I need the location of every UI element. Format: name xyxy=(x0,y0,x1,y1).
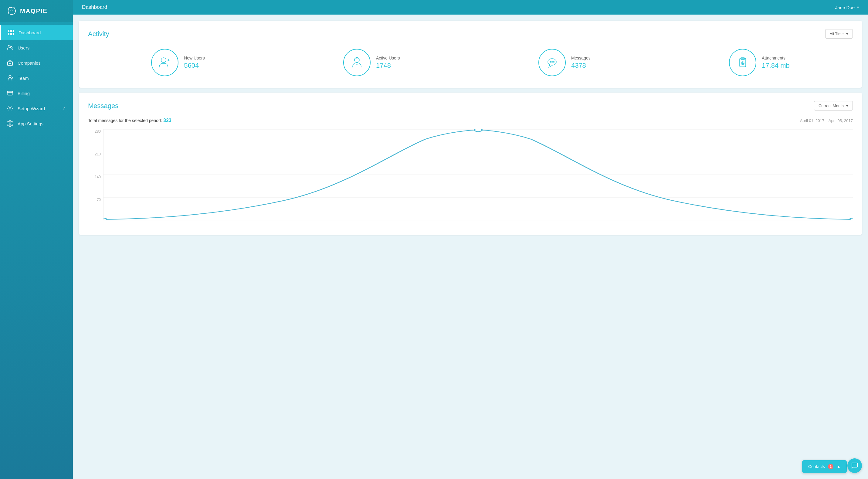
svg-point-21 xyxy=(550,62,551,63)
stats-row: New Users 5604 xyxy=(88,46,853,79)
svg-rect-10 xyxy=(7,91,13,95)
svg-point-14 xyxy=(9,123,11,124)
svg-point-19 xyxy=(356,57,358,58)
dashboard-icon xyxy=(8,29,14,36)
messages-total-area: Total messages for the selected period: … xyxy=(88,118,172,123)
attachments-value: 17.84 mb xyxy=(762,62,790,69)
svg-point-4 xyxy=(8,45,10,47)
user-menu[interactable]: Jane Doe ▾ xyxy=(835,5,859,10)
stat-messages: Messages 4378 xyxy=(538,49,591,76)
y-label-280: 280 xyxy=(95,129,101,133)
svg-point-22 xyxy=(552,62,552,63)
new-users-circle xyxy=(151,49,179,76)
svg-point-13 xyxy=(9,108,11,109)
messages-label: Messages xyxy=(571,56,591,60)
svg-point-9 xyxy=(9,76,11,78)
svg-point-33 xyxy=(103,218,106,220)
svg-point-5 xyxy=(11,47,12,48)
sidebar-item-team[interactable]: Team xyxy=(0,70,73,86)
sidebar-item-dashboard-label: Dashboard xyxy=(19,30,41,35)
active-users-value: 1748 xyxy=(376,62,400,69)
username: Jane Doe xyxy=(835,5,855,10)
svg-point-23 xyxy=(553,62,554,63)
svg-point-15 xyxy=(161,58,166,63)
sidebar-item-team-label: Team xyxy=(18,76,29,81)
messages-icon xyxy=(545,55,559,70)
sidebar: MAQPIE Dashboard Users xyxy=(0,0,73,479)
messages-stat-text: Messages 4378 xyxy=(571,56,591,69)
top-header: Dashboard Jane Doe ▾ xyxy=(73,0,868,14)
main-content: Dashboard Jane Doe ▾ Activity All Time ▾ xyxy=(73,0,868,479)
activity-header: Activity All Time ▾ xyxy=(88,29,853,38)
check-icon: ✓ xyxy=(62,106,66,111)
logo-area: MAQPIE xyxy=(0,0,73,22)
active-users-text: Active Users 1748 xyxy=(376,56,400,69)
user-chevron-icon: ▾ xyxy=(857,5,859,9)
sidebar-item-companies[interactable]: Companies xyxy=(0,55,73,70)
chart-area xyxy=(103,129,853,220)
svg-point-34 xyxy=(850,218,853,220)
svg-rect-3 xyxy=(11,33,13,35)
contacts-label: Contacts xyxy=(808,464,825,469)
activity-card: Activity All Time ▾ xyxy=(79,21,862,88)
content-area: Activity All Time ▾ xyxy=(73,14,868,479)
contacts-chevron-icon: ▲ xyxy=(836,464,841,469)
stat-new-users: New Users 5604 xyxy=(151,49,205,76)
messages-card: Messages Current Month ▾ Total messages … xyxy=(79,93,862,235)
y-label-140: 140 xyxy=(95,175,101,179)
messages-total-value: 323 xyxy=(163,118,172,123)
activity-dropdown[interactable]: All Time ▾ xyxy=(825,29,853,38)
sidebar-item-app-settings-label: App Settings xyxy=(18,121,43,126)
active-users-circle xyxy=(343,49,371,76)
activity-dropdown-chevron: ▾ xyxy=(846,32,848,36)
sidebar-item-companies-label: Companies xyxy=(18,60,41,66)
setup-wizard-icon xyxy=(7,105,13,112)
active-users-label: Active Users xyxy=(376,56,400,60)
active-users-icon xyxy=(350,55,364,70)
attachments-text: Attachments 17.84 mb xyxy=(762,56,790,69)
messages-dropdown-chevron: ▾ xyxy=(846,103,848,108)
chart-y-axis: 280 210 140 70 xyxy=(88,129,103,220)
sidebar-item-billing[interactable]: Billing xyxy=(0,86,73,101)
messages-value: 4378 xyxy=(571,62,591,69)
attachments-label: Attachments xyxy=(762,56,790,60)
sidebar-item-setup-wizard[interactable]: Setup Wizard ✓ xyxy=(0,101,73,116)
team-icon xyxy=(7,75,13,81)
svg-rect-25 xyxy=(741,58,744,59)
chart-svg xyxy=(103,129,853,220)
messages-chart: 280 210 140 70 xyxy=(88,129,853,227)
sidebar-item-users[interactable]: Users xyxy=(0,40,73,55)
logo-text: MAQPIE xyxy=(20,8,48,14)
sidebar-item-users-label: Users xyxy=(18,45,29,50)
sidebar-item-app-settings[interactable]: App Settings xyxy=(0,116,73,131)
new-users-value: 5604 xyxy=(184,62,205,69)
contacts-bar[interactable]: Contacts 1 ▲ xyxy=(802,460,847,473)
users-icon xyxy=(7,44,13,51)
activity-dropdown-label: All Time xyxy=(830,32,844,36)
svg-rect-2 xyxy=(8,33,10,35)
chat-fab[interactable] xyxy=(847,458,862,473)
companies-icon xyxy=(7,59,13,66)
app-settings-icon xyxy=(7,120,13,127)
messages-date-range: April 01, 2017 – April 05, 2017 xyxy=(800,118,853,123)
svg-rect-0 xyxy=(8,30,10,32)
new-users-label: New Users xyxy=(184,56,205,60)
messages-dropdown[interactable]: Current Month ▾ xyxy=(814,101,853,111)
stat-attachments: Attachments 17.84 mb xyxy=(729,49,790,76)
attachments-circle xyxy=(729,49,756,76)
y-label-210: 210 xyxy=(95,152,101,156)
svg-rect-1 xyxy=(11,30,13,32)
stat-active-users: Active Users 1748 xyxy=(343,49,400,76)
messages-circle xyxy=(538,49,566,76)
sidebar-item-billing-label: Billing xyxy=(18,91,30,96)
messages-total-label: Total messages for the selected period: xyxy=(88,118,162,123)
messages-section-title: Messages xyxy=(88,102,118,110)
logo-icon xyxy=(6,5,17,17)
messages-dropdown-label: Current Month xyxy=(818,103,844,108)
svg-point-32 xyxy=(474,129,482,131)
sidebar-item-dashboard[interactable]: Dashboard xyxy=(0,25,73,40)
messages-meta: Total messages for the selected period: … xyxy=(88,118,853,123)
new-users-text: New Users 5604 xyxy=(184,56,205,69)
billing-icon xyxy=(7,90,13,96)
sidebar-navigation: Dashboard Users Companies xyxy=(0,22,73,479)
